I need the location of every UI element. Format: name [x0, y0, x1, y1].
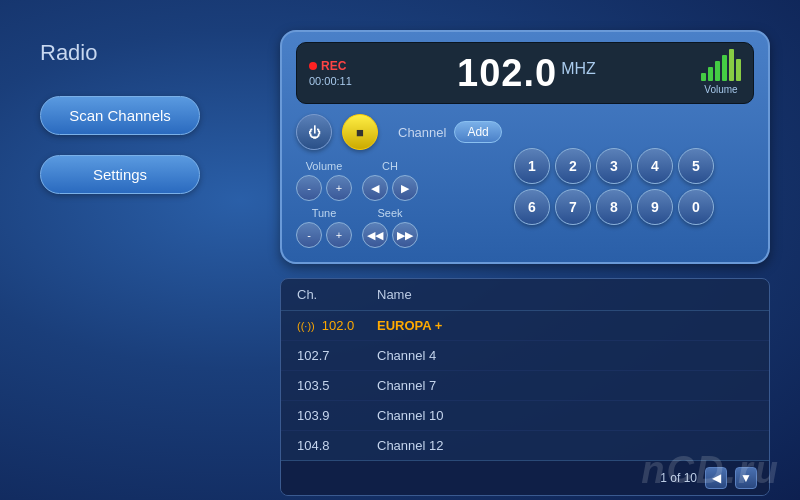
ch-prev-button[interactable]: ◀ — [362, 175, 388, 201]
volume-bar-2 — [715, 61, 720, 81]
volume-label: Volume — [704, 84, 737, 95]
add-button[interactable]: Add — [454, 121, 501, 143]
digit-0-button[interactable]: 0 — [678, 189, 714, 225]
volume-ctrl-label: Volume — [306, 160, 343, 172]
ch-ctrl-label: CH — [382, 160, 398, 172]
volume-bar-4 — [729, 49, 734, 81]
volume-area: Volume — [701, 51, 741, 95]
channel-freq-4: 104.8 — [297, 438, 377, 453]
channel-row-2[interactable]: 103.5Channel 7 — [281, 371, 769, 401]
digit-2-button[interactable]: 2 — [555, 148, 591, 184]
volume-bar-5 — [736, 59, 741, 81]
sidebar-title: Radio — [40, 40, 240, 66]
rec-label: REC — [309, 59, 352, 73]
seek-next-button[interactable]: ▶▶ — [392, 222, 418, 248]
digit-1-button[interactable]: 1 — [514, 148, 550, 184]
channel-row-0[interactable]: ((·)) 102.0EUROPA + — [281, 311, 769, 341]
channel-freq-0: ((·)) 102.0 — [297, 318, 377, 333]
channel-freq-3: 103.9 — [297, 408, 377, 423]
rec-area: REC 00:00:11 — [309, 59, 352, 87]
channel-label-text: Channel — [398, 125, 446, 140]
tune-up-button[interactable]: + — [326, 222, 352, 248]
volume-down-button[interactable]: - — [296, 175, 322, 201]
channel-rows-container: ((·)) 102.0EUROPA +102.7Channel 4103.5Ch… — [281, 311, 769, 460]
col-name-header: Name — [377, 287, 753, 302]
channel-row-1[interactable]: 102.7Channel 4 — [281, 341, 769, 371]
tune-label: Tune — [312, 207, 337, 219]
scan-channels-button[interactable]: Scan Channels — [40, 96, 200, 135]
channel-name-1: Channel 4 — [377, 348, 753, 363]
digit-5-button[interactable]: 5 — [678, 148, 714, 184]
volume-bar-0 — [701, 73, 706, 81]
volume-bars — [701, 51, 741, 81]
channel-name-3: Channel 10 — [377, 408, 753, 423]
frequency-display: 102.0 — [457, 52, 557, 95]
stop-button[interactable]: ■ — [342, 114, 378, 150]
digit-9-button[interactable]: 9 — [637, 189, 673, 225]
digit-grid: 1234567890 — [514, 148, 714, 225]
main-panel: REC 00:00:11 102.0 MHZ Volume ⏻ ■ — [280, 30, 770, 496]
radio-player: REC 00:00:11 102.0 MHZ Volume ⏻ ■ — [280, 30, 770, 264]
channel-name-2: Channel 7 — [377, 378, 753, 393]
seek-label: Seek — [377, 207, 402, 219]
watermark: nCD.ru — [641, 449, 780, 492]
tune-down-button[interactable]: - — [296, 222, 322, 248]
rec-dot-icon — [309, 62, 317, 70]
volume-bar-1 — [708, 67, 713, 81]
sidebar: Radio Scan Channels Settings — [40, 40, 240, 214]
channel-freq-1: 102.7 — [297, 348, 377, 363]
left-controls: ⏻ ■ Channel Add Volume - — [296, 114, 502, 248]
channel-list-header: Ch. Name — [281, 279, 769, 311]
digit-8-button[interactable]: 8 — [596, 189, 632, 225]
channel-name-0: EUROPA + — [377, 318, 753, 333]
col-ch-header: Ch. — [297, 287, 377, 302]
digit-3-button[interactable]: 3 — [596, 148, 632, 184]
channel-row-3[interactable]: 103.9Channel 10 — [281, 401, 769, 431]
digit-6-button[interactable]: 6 — [514, 189, 550, 225]
ch-next-button[interactable]: ▶ — [392, 175, 418, 201]
channel-freq-2: 103.5 — [297, 378, 377, 393]
volume-bar-3 — [722, 55, 727, 81]
power-button[interactable]: ⏻ — [296, 114, 332, 150]
display: REC 00:00:11 102.0 MHZ Volume — [296, 42, 754, 104]
settings-button[interactable]: Settings — [40, 155, 200, 194]
volume-up-button[interactable]: + — [326, 175, 352, 201]
freq-unit: MHZ — [561, 60, 596, 78]
digit-7-button[interactable]: 7 — [555, 189, 591, 225]
rec-time: 00:00:11 — [309, 75, 352, 87]
digit-4-button[interactable]: 4 — [637, 148, 673, 184]
seek-prev-button[interactable]: ◀◀ — [362, 222, 388, 248]
radio-wave-icon: ((·)) — [297, 320, 318, 332]
